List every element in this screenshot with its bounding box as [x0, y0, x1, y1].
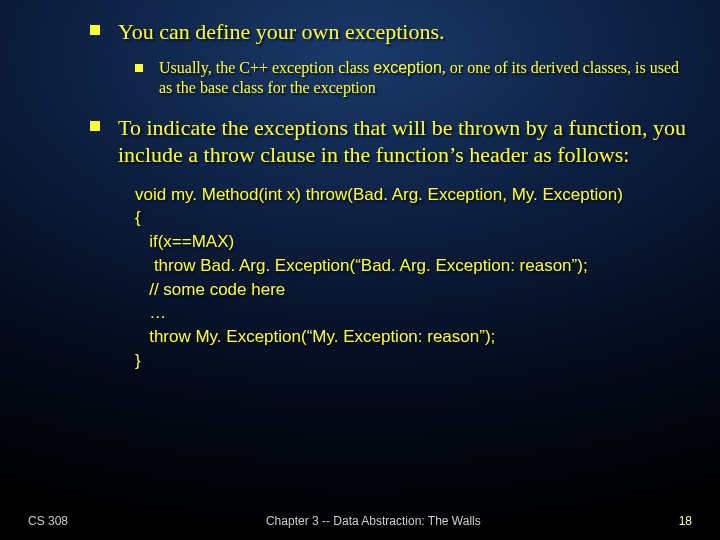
- square-bullet-icon: [90, 25, 100, 35]
- bullet-2-text: To indicate the exceptions that will be …: [118, 114, 690, 169]
- code-line: if(x==MAX): [135, 230, 690, 254]
- slide: You can define your own exceptions. Usua…: [0, 0, 720, 540]
- code-line: throw Bad. Arg. Exception(“Bad. Arg. Exc…: [135, 254, 690, 278]
- code-line: …: [135, 301, 690, 325]
- footer-chapter: Chapter 3 -- Data Abstraction: The Walls: [68, 514, 679, 528]
- code-line: throw My. Exception(“My. Exception: reas…: [135, 325, 690, 349]
- square-bullet-icon: [90, 121, 100, 131]
- code-line: }: [135, 349, 690, 373]
- footer: CS 308 Chapter 3 -- Data Abstraction: Th…: [0, 514, 720, 528]
- code-line: void my. Method(int x) throw(Bad. Arg. E…: [135, 183, 690, 207]
- code-block: void my. Method(int x) throw(Bad. Arg. E…: [135, 183, 690, 373]
- code-line: // some code here: [135, 278, 690, 302]
- bullet-1-text: You can define your own exceptions.: [118, 18, 444, 46]
- code-line: {: [135, 206, 690, 230]
- bullet-row-1a: Usually, the C++ exception class excepti…: [30, 58, 690, 98]
- bullet-1a-text: Usually, the C++ exception class excepti…: [159, 58, 690, 98]
- footer-course: CS 308: [28, 514, 68, 528]
- square-bullet-icon: [135, 64, 143, 72]
- bullet-row-1: You can define your own exceptions.: [30, 18, 690, 46]
- bullet-row-2: To indicate the exceptions that will be …: [30, 114, 690, 169]
- bullet-1a-code: exception: [373, 59, 442, 76]
- bullet-1a-pre: Usually, the C++ exception class: [159, 59, 373, 76]
- footer-page-number: 18: [679, 514, 692, 528]
